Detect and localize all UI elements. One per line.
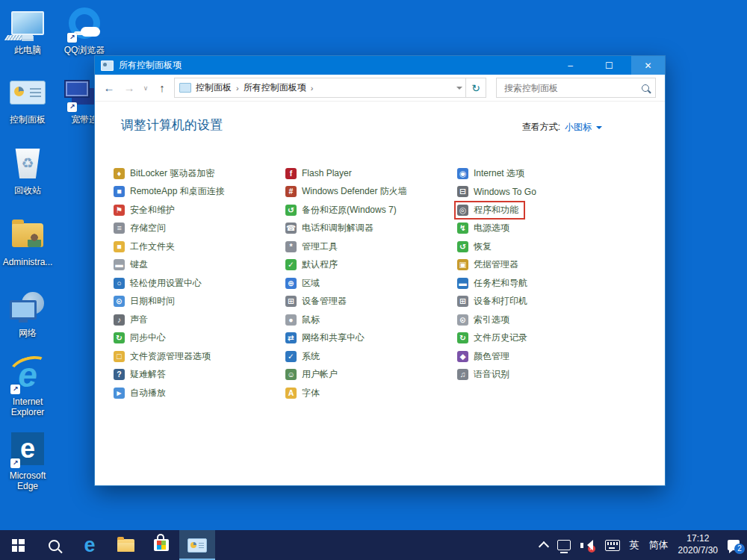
breadcrumb-all-items[interactable]: 所有控制面板项: [244, 81, 306, 94]
clock[interactable]: 17:12 2020/7/30: [678, 533, 718, 556]
control-panel-item-label: 自动播放: [130, 387, 166, 399]
control-panel-item[interactable]: ↺ 恢复: [454, 237, 498, 256]
desktop-icon[interactable]: 控制面板: [1, 74, 54, 125]
control-panel-item[interactable]: ◆ 颜色管理: [454, 347, 516, 366]
control-panel-item-label: 任务栏和导航: [474, 277, 527, 290]
control-panel-item-label: 管理工具: [302, 240, 338, 253]
control-panel-item[interactable]: ⊞ 设备和打印机: [454, 293, 534, 311]
system-tray: ✕ 英 简体 17:12 2020/7/30 2: [540, 530, 747, 560]
view-by-value[interactable]: 小图标: [565, 121, 592, 134]
control-panel-item[interactable]: ✓ 默认程序: [282, 256, 344, 275]
control-panel-item[interactable]: ? 疑难解答: [111, 366, 173, 385]
control-panel-item[interactable]: ◉ Internet 选项: [454, 164, 531, 183]
control-panel-item[interactable]: ◎ 程序和功能: [454, 201, 525, 220]
control-panel-item[interactable]: ↻ 文件历史记录: [454, 329, 534, 348]
breadcrumb-separator[interactable]: ›: [311, 84, 314, 93]
desktop-icon[interactable]: Microsoft Edge: [1, 430, 54, 492]
refresh-button[interactable]: ↻: [466, 78, 486, 98]
control-panel-item[interactable]: ✓ 系统: [282, 347, 326, 366]
admin-tools-icon: *: [285, 241, 297, 252]
breadcrumb-control-panel[interactable]: 控制面板: [196, 81, 232, 94]
language-indicator-en[interactable]: 英: [630, 538, 639, 552]
store-icon: [154, 539, 169, 551]
desktop-icon[interactable]: QQ浏览器: [58, 4, 111, 56]
address-dropdown-icon[interactable]: [456, 87, 462, 93]
control-panel-item[interactable]: A 字体: [282, 384, 326, 402]
control-panel-item[interactable]: □ 文件资源管理器选项: [111, 347, 217, 366]
desktop-icon[interactable]: Administra...: [1, 217, 54, 268]
search-box[interactable]: [496, 78, 656, 98]
control-panel-item[interactable]: ♪ 声音: [111, 311, 155, 329]
start-button[interactable]: [0, 530, 36, 560]
view-by-dropdown-icon[interactable]: [596, 126, 602, 132]
ime-indicator[interactable]: 简体: [649, 538, 669, 552]
control-panel-item-label: 索引选项: [474, 314, 509, 326]
date-time-icon: ⊙: [114, 296, 125, 307]
breadcrumb-separator[interactable]: ›: [236, 84, 239, 93]
maximize-button[interactable]: ☐: [592, 56, 626, 75]
control-panel-item[interactable]: ↯ 电源选项: [454, 220, 516, 238]
control-panel-item[interactable]: ☎ 电话和调制解调器: [282, 220, 380, 238]
taskbar-store-button[interactable]: [143, 530, 179, 560]
control-panel-item[interactable]: ↺ 备份和还原(Windows 7): [282, 201, 403, 220]
control-panel-item[interactable]: ● 鼠标: [282, 311, 326, 329]
taskbar-edge-button[interactable]: e: [72, 530, 108, 560]
address-bar[interactable]: 控制面板 › 所有控制面板项 ›: [174, 78, 466, 98]
lock-icon: ♦: [114, 168, 125, 179]
control-panel-item[interactable]: ↻ 同步中心: [111, 329, 173, 348]
taskbar-search-button[interactable]: [36, 530, 72, 560]
control-panel-item[interactable]: * 管理工具: [282, 237, 344, 256]
desktop-icon[interactable]: Internet Explorer: [1, 356, 54, 418]
control-panel-item[interactable]: f Flash Player: [282, 164, 359, 183]
control-panel-item[interactable]: ○ 轻松使用设置中心: [111, 274, 208, 293]
control-panel-item[interactable]: ▬ 键盘: [111, 256, 155, 275]
forward-button[interactable]: →: [121, 81, 137, 94]
recent-pages-chevron-icon[interactable]: ∨: [141, 84, 150, 92]
search-input[interactable]: [503, 82, 637, 94]
touch-keyboard-icon[interactable]: [605, 540, 620, 551]
control-panel-item[interactable]: ■ RemoteApp 和桌面连接: [111, 183, 232, 202]
control-panel-item[interactable]: ☺ 用户帐户: [282, 366, 344, 385]
network-status-icon[interactable]: [557, 540, 571, 550]
control-panel-item[interactable]: ■ 工作文件夹: [111, 237, 182, 256]
control-panel-item-label: 区域: [302, 277, 320, 290]
control-panel-item[interactable]: ⊟ Windows To Go: [454, 183, 543, 202]
control-panel-item[interactable]: ⊙ 索引选项: [454, 311, 516, 329]
control-panel-item-label: 语音识别: [474, 368, 509, 381]
control-panel-item[interactable]: ⊙ 日期和时间: [111, 293, 182, 311]
control-panel-item-label: 设备管理器: [302, 295, 347, 308]
up-button[interactable]: ↑: [154, 81, 170, 94]
control-panel-item[interactable]: ▣ 凭据管理器: [454, 256, 525, 275]
control-panel-item[interactable]: ≡ 存储空间: [111, 220, 173, 238]
control-panel-item[interactable]: ♫ 语音识别: [454, 366, 516, 385]
control-panel-item[interactable]: ⊕ 区域: [282, 274, 326, 293]
control-panel-column: f Flash Player # Windows Defender 防火墙 ↺ …: [282, 164, 454, 402]
control-panel-item-label: 程序和功能: [474, 204, 518, 217]
desktop-icon-label: Internet Explorer: [1, 397, 54, 418]
control-panel-item[interactable]: ⇄ 网络和共享中心: [282, 329, 371, 348]
control-panel-item[interactable]: ⚑ 安全和维护: [111, 201, 182, 220]
control-panel-item-label: 系统: [302, 350, 320, 363]
control-panel-item[interactable]: ▬ 任务栏和导航: [454, 274, 534, 293]
taskbar-control-panel-button[interactable]: [179, 530, 215, 560]
desktop-icon-label: 控制面板: [1, 115, 54, 125]
control-panel-item[interactable]: # Windows Defender 防火墙: [282, 183, 414, 202]
mouse-icon: ●: [285, 314, 297, 326]
hidden-icons-chevron-icon[interactable]: [539, 541, 549, 551]
close-button[interactable]: ✕: [631, 56, 665, 75]
desktop-icon[interactable]: 此电脑: [1, 4, 54, 56]
title-bar[interactable]: 所有控制面板项 – ☐ ✕: [95, 56, 665, 75]
control-panel-item[interactable]: ► 自动播放: [111, 384, 173, 402]
desktop-icon[interactable]: 回收站: [1, 145, 54, 196]
back-button[interactable]: ←: [101, 81, 117, 94]
control-panel-item[interactable]: ♦ BitLocker 驱动器加密: [111, 164, 221, 183]
windows-to-go-icon: ⊟: [457, 186, 468, 197]
action-center-icon[interactable]: 2: [728, 540, 740, 550]
minimize-button[interactable]: –: [554, 56, 587, 75]
taskbar-file-explorer-button[interactable]: [108, 530, 143, 560]
search-icon[interactable]: [642, 84, 649, 92]
control-panel-item[interactable]: ⊞ 设备管理器: [282, 293, 353, 311]
window-content: 调整计算机的设置 查看方式: 小图标 ♦ BitLocker 驱动器加密 ■ R…: [95, 102, 665, 485]
desktop-icon[interactable]: 网络: [1, 287, 54, 339]
volume-muted-icon[interactable]: ✕: [580, 540, 595, 551]
